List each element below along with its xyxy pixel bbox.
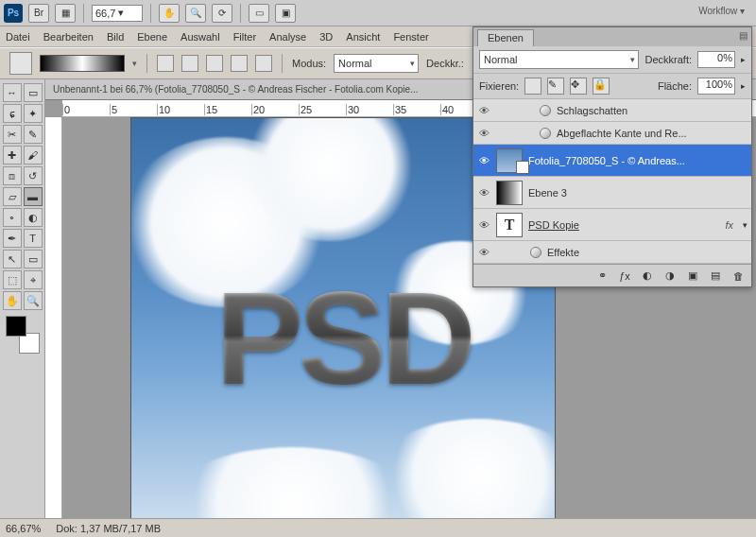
lock-transparent-button[interactable] xyxy=(524,78,541,95)
effect-icon xyxy=(540,105,551,116)
app-icon[interactable]: Ps xyxy=(4,4,23,23)
gradient-preview[interactable] xyxy=(40,55,125,72)
layers-list: 👁 Schlagschatten 👁 Abgeflachte Kante und… xyxy=(473,99,751,264)
menu-ebene[interactable]: Ebene xyxy=(137,31,167,43)
layer-row[interactable]: 👁 Ebene 3 xyxy=(473,177,751,209)
lock-position-button[interactable]: ✥ xyxy=(570,78,587,95)
screen-mode-icon[interactable]: ▣ xyxy=(275,4,296,23)
layer-thumbnail[interactable]: T xyxy=(496,213,523,237)
layer-blend-mode-select[interactable]: Normal xyxy=(479,50,639,69)
layer-effect-row[interactable]: 👁 Abgeflachte Kante und Re... xyxy=(473,122,751,145)
menu-fenster[interactable]: Fenster xyxy=(393,31,428,43)
grad-angle-button[interactable] xyxy=(206,55,223,72)
visibility-toggle[interactable]: 👁 xyxy=(477,246,490,259)
effect-icon xyxy=(540,128,551,139)
brush-tool[interactable]: 🖌 xyxy=(24,146,43,165)
fill-input[interactable]: 100% xyxy=(697,78,735,95)
adjustment-layer-icon[interactable]: ◑ xyxy=(662,269,678,282)
pen-tool[interactable]: ✒ xyxy=(3,229,22,248)
arrange-docs-icon[interactable]: ▭ xyxy=(249,4,269,23)
delete-layer-icon[interactable]: 🗑 xyxy=(730,270,746,282)
eyedropper-tool[interactable]: ✎ xyxy=(24,125,43,144)
crop-tool[interactable]: ✂ xyxy=(3,125,22,144)
menu-filter[interactable]: Filter xyxy=(233,31,256,43)
grad-reflected-button[interactable] xyxy=(231,55,248,72)
layers-tab[interactable]: Ebenen xyxy=(477,29,534,46)
menu-auswahl[interactable]: Auswahl xyxy=(180,31,220,43)
rotate-icon[interactable]: ⟳ xyxy=(212,4,232,23)
menu-3d[interactable]: 3D xyxy=(319,31,333,43)
lock-label: Fixieren: xyxy=(479,80,519,92)
grad-radial-button[interactable] xyxy=(181,55,198,72)
new-group-icon[interactable]: ▣ xyxy=(685,269,700,282)
foreground-color[interactable] xyxy=(6,316,26,337)
fill-popup-icon[interactable]: ▸ xyxy=(741,81,746,91)
status-doksize[interactable]: Dok: 1,37 MB/7,17 MB xyxy=(56,523,161,534)
menu-bearbeiten[interactable]: Bearbeiten xyxy=(43,31,94,43)
layer-style-icon[interactable]: ƒx xyxy=(617,270,632,282)
gradient-tool[interactable]: ▬ xyxy=(24,187,43,206)
lasso-tool[interactable]: ɕ xyxy=(3,104,22,123)
zoom-icon[interactable]: 🔍 xyxy=(185,4,206,23)
type-tool[interactable]: T xyxy=(24,229,43,248)
layer-row[interactable]: 👁 Fotolia_7708050_S - © Andreas... xyxy=(473,145,751,177)
filmstrip-icon[interactable]: ▦ xyxy=(55,4,76,23)
move-tool[interactable]: ↔ xyxy=(3,83,22,102)
zoom-input[interactable]: 66,7 ▾ xyxy=(92,5,143,22)
menu-ansicht[interactable]: Ansicht xyxy=(346,31,380,43)
history-brush-tool[interactable]: ↺ xyxy=(24,166,43,185)
layer-thumbnail[interactable] xyxy=(496,148,523,173)
opacity-popup-icon[interactable]: ▸ xyxy=(741,55,746,64)
layers-panel[interactable]: Ebenen ▤ Normal Deckkraft: 0% ▸ Fixieren… xyxy=(472,26,752,287)
layer-effects-group[interactable]: 👁 Effekte xyxy=(473,241,751,264)
zoom-tool[interactable]: 🔍 xyxy=(24,291,43,310)
hand-tool[interactable]: ✋ xyxy=(3,291,22,310)
blend-mode-select[interactable]: Normal xyxy=(334,54,419,73)
blur-tool[interactable]: ∘ xyxy=(3,208,22,227)
marquee-tool[interactable]: ▭ xyxy=(24,83,43,102)
bridge-button[interactable]: Br xyxy=(28,4,49,23)
dodge-tool[interactable]: ◐ xyxy=(24,208,43,227)
panel-menu-icon[interactable]: ▤ xyxy=(739,30,747,41)
eraser-tool[interactable]: ▱ xyxy=(3,187,22,206)
layer-mask-icon[interactable]: ◐ xyxy=(640,269,655,282)
mode-label: Modus: xyxy=(292,58,326,69)
opacity-label: Deckkr.: xyxy=(426,58,464,69)
link-layers-icon[interactable]: ⚭ xyxy=(594,269,610,282)
new-layer-icon[interactable]: ▤ xyxy=(708,269,723,282)
status-zoom[interactable]: 66,67% xyxy=(6,523,41,534)
3d-camera-tool[interactable]: ⌖ xyxy=(24,270,43,289)
hand-icon[interactable]: ✋ xyxy=(159,4,180,23)
menu-analyse[interactable]: Analyse xyxy=(269,31,306,43)
fill-label: Fläche: xyxy=(658,80,692,92)
fx-badge[interactable]: fx xyxy=(725,219,733,231)
layer-effect-row[interactable]: 👁 Schlagschatten xyxy=(473,99,751,122)
wand-tool[interactable]: ✦ xyxy=(24,104,43,123)
effects-icon xyxy=(530,247,541,258)
toolbox: ↔ ▭ ɕ ✦ ✂ ✎ ✚ 🖌 ⧈ ↺ ▱ ▬ ∘ ◐ ✒ T ↖ ▭ ⬚ ⌖ … xyxy=(0,79,45,518)
visibility-toggle[interactable]: 👁 xyxy=(477,127,490,140)
color-swatches[interactable] xyxy=(4,316,42,354)
visibility-toggle[interactable]: 👁 xyxy=(477,104,490,117)
tool-preset-button[interactable] xyxy=(9,52,32,75)
layer-thumbnail[interactable] xyxy=(496,181,523,205)
status-bar: 66,67% Dok: 1,37 MB/7,17 MB xyxy=(0,518,756,537)
visibility-toggle[interactable]: 👁 xyxy=(477,218,490,232)
visibility-toggle[interactable]: 👁 xyxy=(477,154,490,167)
workspace-switcher[interactable]: Workflow ▾ xyxy=(698,6,745,16)
layer-opacity-input[interactable]: 0% xyxy=(697,51,735,68)
3d-tool[interactable]: ⬚ xyxy=(3,270,22,289)
grad-linear-button[interactable] xyxy=(157,55,174,72)
path-select-tool[interactable]: ↖ xyxy=(3,250,22,268)
layer-row[interactable]: 👁 T PSD Kopie fx ▾ xyxy=(473,209,751,241)
menu-bild[interactable]: Bild xyxy=(107,31,124,43)
stamp-tool[interactable]: ⧈ xyxy=(3,166,22,185)
visibility-toggle[interactable]: 👁 xyxy=(477,186,490,199)
menu-datei[interactable]: Datei xyxy=(6,31,30,43)
shape-tool[interactable]: ▭ xyxy=(24,250,43,268)
lock-pixels-button[interactable]: ✎ xyxy=(547,78,564,95)
lock-all-button[interactable]: 🔒 xyxy=(593,78,610,95)
grad-diamond-button[interactable] xyxy=(255,55,272,72)
psd-text: PSD xyxy=(215,262,471,415)
heal-tool[interactable]: ✚ xyxy=(3,146,22,165)
